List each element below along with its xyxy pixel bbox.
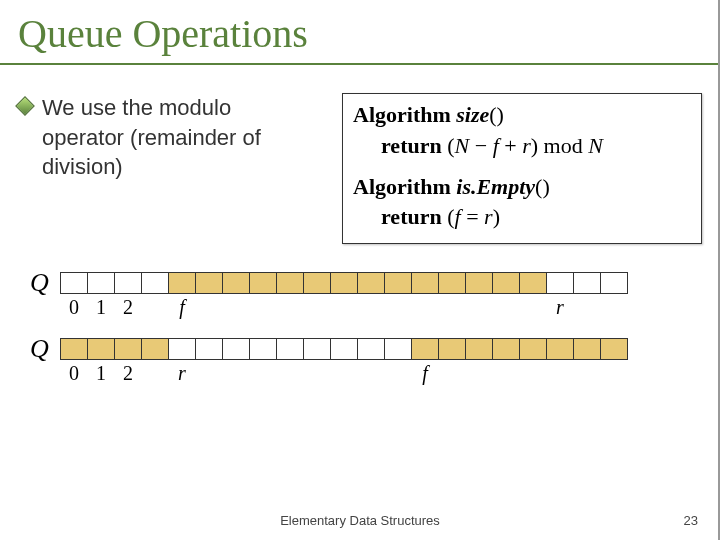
var-r: r [484,204,493,229]
index-label: 1 [87,362,115,386]
array-cell [303,272,331,294]
algo-name: size [456,102,489,127]
array-cell [330,272,358,294]
var-r: r [522,133,531,158]
index-label [465,296,493,320]
array-cell [195,272,223,294]
op-eq: = [461,204,484,229]
algo-parens: () [535,174,550,199]
array-cell [168,272,196,294]
labels-row: 012rf [60,362,690,386]
index-label: 0 [60,296,88,320]
content-row: We use the modulo operator (remainder of… [0,65,720,244]
array-cell [438,272,466,294]
index-label [438,362,466,386]
array-cell [141,338,169,360]
index-label [600,362,628,386]
diagrams: Q 012fr Q 012rf [0,244,720,386]
array-cell [573,272,601,294]
paren-open: ( [447,133,454,158]
array-cell [330,338,358,360]
array-cell [465,272,493,294]
array-cell [276,272,304,294]
array-cell [222,272,250,294]
index-label [492,362,520,386]
array-cell [573,338,601,360]
index-label [465,362,493,386]
array-cell [357,272,385,294]
slide-title: Queue Operations [0,0,720,63]
index-label [195,362,223,386]
queue-diagram-1: Q 012fr [30,272,690,320]
index-label [249,296,277,320]
paren-open: ( [447,204,454,229]
slide: Queue Operations We use the modulo opera… [0,0,720,540]
algo-name: is.Empty [456,174,535,199]
index-label [222,362,250,386]
return-keyword: return [381,133,442,158]
array-cell [114,338,142,360]
index-label [141,362,169,386]
index-label [330,362,358,386]
paren-close: ) [493,204,500,229]
array-cell [384,338,412,360]
index-label: 0 [60,362,88,386]
labels-row: 012fr [60,296,690,320]
array-cell [168,338,196,360]
index-label [330,296,358,320]
index-label [573,362,601,386]
algo-keyword: Algorithm [353,102,451,127]
queue-label: Q [30,272,60,294]
cells-row [60,272,690,294]
index-label [222,296,250,320]
op-minus: − [469,133,492,158]
index-label [141,296,169,320]
return-keyword: return [381,204,442,229]
footer-title: Elementary Data Structures [0,513,720,528]
index-label [303,362,331,386]
array-cell [546,338,574,360]
var-N2: N [588,133,603,158]
algorithm-box: Algorithm size() return (N − f + r) mod … [342,93,702,244]
index-label [519,296,547,320]
queue-diagram-2: Q 012rf [30,338,690,386]
index-label [600,296,628,320]
diamond-bullet-icon [15,96,35,116]
array-cell [492,338,520,360]
array-cell [411,338,439,360]
array-cell [114,272,142,294]
array-cell [87,338,115,360]
array-cell [195,338,223,360]
index-label [384,296,412,320]
op-mod: mod [538,133,588,158]
paren-close: ) [531,133,538,158]
index-label: f [411,362,439,386]
array-cell [546,272,574,294]
index-label: r [546,296,574,320]
queue-label: Q [30,338,60,360]
algo-size: Algorithm size() return (N − f + r) mod … [353,100,691,162]
index-label [357,296,385,320]
array-cell [357,338,385,360]
index-label: 2 [114,296,142,320]
array-cell [519,272,547,294]
index-label [303,296,331,320]
array-cell [492,272,520,294]
index-label [276,362,304,386]
index-label [276,296,304,320]
array-cell [600,338,628,360]
array-cell [384,272,412,294]
array-cell [249,272,277,294]
array-cell [519,338,547,360]
index-label: 1 [87,296,115,320]
bullet-item: We use the modulo operator (remainder of… [18,93,318,244]
page-number: 23 [684,513,698,528]
index-label: r [168,362,196,386]
index-label [357,362,385,386]
array-cell [87,272,115,294]
index-label [249,362,277,386]
algo-keyword: Algorithm [353,174,451,199]
array-cell [222,338,250,360]
array-cell [411,272,439,294]
queue-array-2: 012rf [60,338,690,386]
